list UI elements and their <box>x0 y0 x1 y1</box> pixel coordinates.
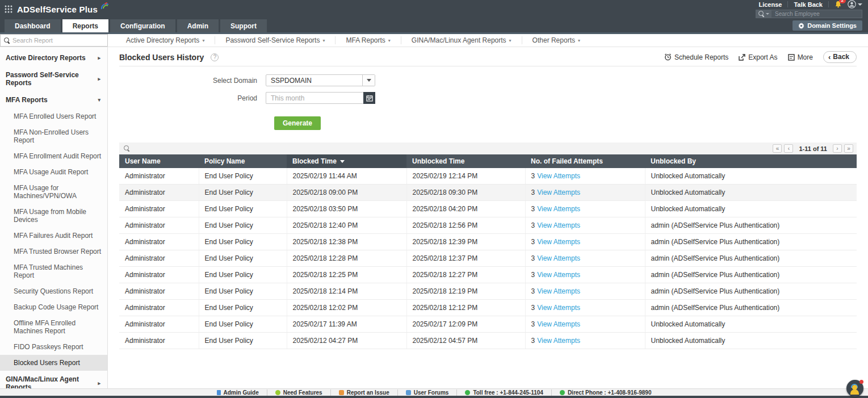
prev-page-button[interactable]: ‹ <box>784 144 793 153</box>
view-attempts-link[interactable]: View Attempts <box>537 238 580 246</box>
col-user-name[interactable]: User Name <box>119 154 199 168</box>
sidebar-item-gina-mac-linux-agent-reports[interactable]: GINA/Mac/Linux Agent Reports▸ <box>0 371 107 388</box>
view-attempts-link[interactable]: View Attempts <box>537 304 580 312</box>
sidebar-item-mfa-usage-audit-report[interactable]: MFA Usage Audit Report <box>0 164 107 180</box>
col-policy-name[interactable]: Policy Name <box>199 154 287 168</box>
sidebar-item-mfa-trusted-machines-report[interactable]: MFA Trusted Machines Report <box>0 259 107 283</box>
sidebar-item-mfa-enrollment-audit-report[interactable]: MFA Enrollment Audit Report <box>0 148 107 164</box>
report-search[interactable] <box>0 34 108 47</box>
attempts-count: 3 <box>531 238 535 246</box>
view-attempts-link[interactable]: View Attempts <box>537 205 580 213</box>
table-row[interactable]: AdministratorEnd User Policy2025/02/18 1… <box>119 234 857 250</box>
period-input[interactable] <box>266 92 363 104</box>
calendar-button[interactable] <box>363 92 375 104</box>
sidebar-item-security-questions-report[interactable]: Security Questions Report <box>0 283 107 299</box>
cell-unblocked-by: Unblocked Automatically <box>645 168 857 185</box>
menu-mfa-reports[interactable]: MFA Reports▾ <box>336 36 401 44</box>
view-attempts-link[interactable]: View Attempts <box>537 172 580 180</box>
sidebar-item-fido-passkeys-report[interactable]: FIDO Passkeys Report <box>0 339 107 355</box>
sidebar-item-active-directory-reports[interactable]: Active Directory Reports▸ <box>0 49 107 66</box>
footer-link-need-features[interactable]: Need Features <box>267 389 331 396</box>
domain-settings-button[interactable]: Domain Settings <box>792 20 862 31</box>
sidebar-item-label: Security Questions Report <box>14 287 93 295</box>
table-row[interactable]: AdministratorEnd User Policy2025/02/18 1… <box>119 250 857 267</box>
search-icon <box>4 37 10 44</box>
col-unblocked-by[interactable]: Unblocked By <box>645 154 857 168</box>
footer-link-report-an-issue[interactable]: Report an Issue <box>331 389 398 396</box>
menu-other-reports[interactable]: Other Reports▾ <box>522 36 590 44</box>
tab-configuration[interactable]: Configuration <box>110 19 175 32</box>
table-row[interactable]: AdministratorEnd User Policy2025/02/12 0… <box>119 333 857 349</box>
brand[interactable]: ADSelfService Plus <box>5 5 110 14</box>
menu-label: MFA Reports <box>346 36 385 44</box>
footer-link-direct-phone-1-408-916-9890[interactable]: Direct Phone : +1-408-916-9890 <box>552 389 660 396</box>
sidebar-item-offline-mfa-enrolled-machines-report[interactable]: Offline MFA Enrolled Machines Report <box>0 315 107 339</box>
last-page-button[interactable]: » <box>844 144 853 153</box>
sidebar-item-mfa-failures-audit-report[interactable]: MFA Failures Audit Report <box>0 228 107 244</box>
first-page-button[interactable]: « <box>773 144 782 153</box>
table-row[interactable]: AdministratorEnd User Policy2025/02/19 1… <box>119 168 857 185</box>
cell-unblocked-time: 2025/02/18 12:12 PM <box>406 300 525 316</box>
view-attempts-link[interactable]: View Attempts <box>537 221 580 229</box>
talkback-link[interactable]: Talk Back <box>794 1 823 8</box>
table-row[interactable]: AdministratorEnd User Policy2025/02/18 1… <box>119 217 857 234</box>
sidebar-item-mfa-usage-from-mobile-devices[interactable]: MFA Usage from Mobile Devices <box>0 204 107 228</box>
col-blocked-time[interactable]: Blocked Time <box>287 154 406 168</box>
col-failed-attempts[interactable]: No. of Failed Attempts <box>525 154 645 168</box>
view-attempts-link[interactable]: View Attempts <box>537 271 580 279</box>
support-chat-button[interactable] <box>846 380 863 397</box>
report-search-input[interactable] <box>12 37 104 44</box>
view-attempts-link[interactable]: View Attempts <box>537 320 580 328</box>
generate-button[interactable]: Generate <box>274 116 321 130</box>
employee-search[interactable] <box>756 10 862 18</box>
table-row[interactable]: AdministratorEnd User Policy2025/02/18 1… <box>119 267 857 283</box>
more-button[interactable]: More <box>788 53 813 61</box>
tab-support[interactable]: Support <box>220 19 267 32</box>
tab-admin[interactable]: Admin <box>177 19 219 32</box>
search-scope-button[interactable] <box>756 10 771 18</box>
sidebar-item-mfa-usage-for-machines-vpn-owa[interactable]: MFA Usage for Machines/VPN/OWA <box>0 180 107 204</box>
table-row[interactable]: AdministratorEnd User Policy2025/02/17 1… <box>119 316 857 333</box>
cell-policy-name: End User Policy <box>199 217 287 234</box>
view-attempts-link[interactable]: View Attempts <box>537 337 580 345</box>
sidebar-item-mfa-trusted-browser-report[interactable]: MFA Trusted Browser Report <box>0 244 107 259</box>
schedule-reports-button[interactable]: Schedule Reports <box>664 53 728 61</box>
tab-dashboard[interactable]: Dashboard <box>5 19 61 32</box>
table-row[interactable]: AdministratorEnd User Policy2025/02/18 0… <box>119 201 857 217</box>
sidebar-item-password-self-service-reports[interactable]: Password Self-Service Reports▸ <box>0 66 107 91</box>
footer-link-admin-guide[interactable]: Admin Guide <box>209 389 267 396</box>
menu-active-directory-reports[interactable]: Active Directory Reports▾ <box>116 36 215 44</box>
help-icon[interactable]: ? <box>211 53 219 61</box>
footer-link-toll-free-1-844-245-1104[interactable]: Toll free : +1-844-245-1104 <box>457 389 552 396</box>
sidebar-item-backup-code-usage-report[interactable]: Backup Code Usage Report <box>0 299 107 315</box>
view-attempts-link[interactable]: View Attempts <box>537 254 580 262</box>
employee-search-input[interactable] <box>771 10 862 18</box>
sidebar-item-mfa-enrolled-users-report[interactable]: MFA Enrolled Users Report <box>0 108 107 124</box>
footer-link-user-forums[interactable]: User Forums <box>398 389 458 396</box>
account-menu[interactable] <box>848 0 862 9</box>
next-page-button[interactable]: › <box>833 144 842 153</box>
app-grid-icon[interactable] <box>5 5 12 13</box>
view-attempts-link[interactable]: View Attempts <box>537 188 580 196</box>
pagination: « ‹ 1-11 of 11 › » <box>773 144 853 153</box>
table-row[interactable]: AdministratorEnd User Policy2025/02/18 0… <box>119 185 857 201</box>
table-search-icon[interactable] <box>124 145 130 152</box>
col-unblocked-time[interactable]: Unblocked Time <box>406 154 525 168</box>
view-attempts-link[interactable]: View Attempts <box>537 287 580 295</box>
sidebar-item-blocked-users-report[interactable]: Blocked Users Report <box>0 355 107 371</box>
tab-reports[interactable]: Reports <box>62 19 108 32</box>
menu-password-self-service-reports[interactable]: Password Self-Service Reports▾ <box>215 36 336 44</box>
notifications-button[interactable]: 2 <box>835 1 842 8</box>
table-row[interactable]: AdministratorEnd User Policy2025/02/18 1… <box>119 283 857 300</box>
license-link[interactable]: License <box>758 1 782 8</box>
table-row[interactable]: AdministratorEnd User Policy2025/02/18 1… <box>119 300 857 316</box>
menu-gina-mac-linux-agent-reports[interactable]: GINA/Mac/Linux Agent Reports▾ <box>401 36 522 44</box>
sidebar-item-mfa-non-enrolled-users-report[interactable]: MFA Non-Enrolled Users Report <box>0 124 107 148</box>
domain-select-chevron[interactable] <box>362 75 375 86</box>
sidebar-item-mfa-reports[interactable]: MFA Reports▾ <box>0 91 107 108</box>
cell-failed-attempts: 3View Attempts <box>525 316 645 333</box>
domain-select[interactable]: SSPDOMAIN <box>266 74 375 86</box>
export-as-button[interactable]: Export As <box>739 53 777 61</box>
sidebar-item-label: MFA Usage Audit Report <box>14 168 88 176</box>
back-button[interactable]: ‹ Back <box>823 51 857 63</box>
